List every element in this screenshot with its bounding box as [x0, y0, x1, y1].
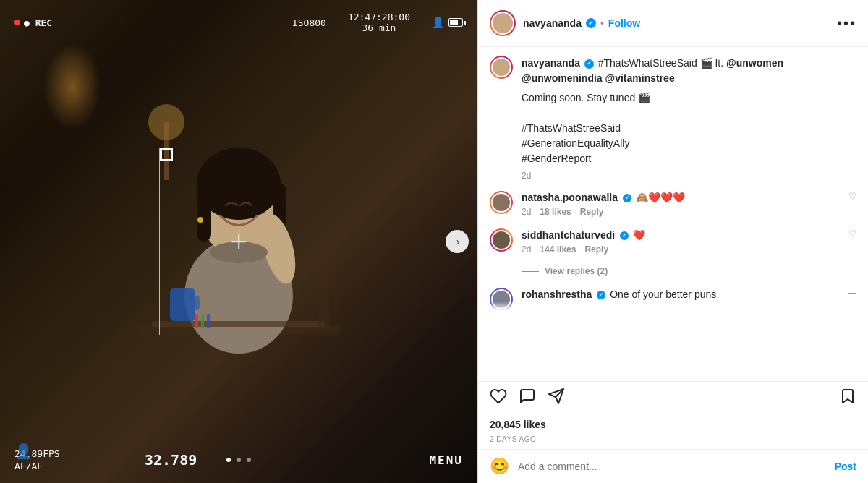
post-header: navyananda ✓ • Follow ••• [478, 0, 868, 47]
comment-username-1[interactable]: natasha.poonawalla [522, 192, 618, 203]
rec-label: ● REC [24, 17, 52, 28]
emoji-picker-button[interactable]: 😊 [490, 457, 509, 476]
next-slide-button[interactable]: › [446, 230, 469, 253]
comment-content-1: natasha.poonawalla ✓ 🙈❤️❤️❤️ 2d 18 likes… [522, 191, 840, 217]
battery-indicator: 👤 [432, 17, 463, 28]
verified-badge: ✓ [586, 18, 596, 28]
caption-inline-verified: ✓ [584, 59, 594, 69]
caption-body: Coming soon. Stay tuned 🎬 #ThatsWhatStre… [522, 90, 856, 166]
caption-hashtags: #ThatsWhatStreeSaid#GenerationEqualityAl… [522, 122, 629, 164]
caption-username[interactable]: navyananda [522, 57, 580, 69]
view-replies-text: View replies (2) [545, 266, 608, 276]
avatar-image [491, 12, 514, 35]
post-comment-button[interactable]: Post [835, 461, 856, 472]
comment-row: natasha.poonawalla ✓ 🙈❤️❤️❤️ 2d 18 likes… [490, 191, 856, 217]
actions-bar [478, 381, 868, 415]
caption-avatar-image [491, 57, 511, 77]
battery-fill [450, 20, 458, 25]
svg-point-10 [210, 241, 268, 263]
bookmark-icon [839, 388, 856, 405]
person-icon-bottom: 👤 [14, 443, 33, 460]
subject-area [0, 36, 477, 440]
view-replies-line [522, 271, 539, 272]
like-button[interactable] [490, 388, 507, 409]
reply-button-1[interactable]: Reply [580, 207, 604, 217]
svg-rect-11 [152, 321, 326, 327]
comment-content-2: siddhantchaturvedi ✓ ❤️ 2d 144 likes Rep… [522, 228, 840, 255]
svg-rect-6 [197, 184, 211, 241]
mention-unwomenindia[interactable]: @unwomenindia [522, 72, 603, 84]
comment-likes-2: 144 likes [540, 244, 576, 255]
like-comment-2-button[interactable]: ♡ [848, 228, 856, 239]
caption-time: 2d [522, 169, 856, 182]
svg-rect-15 [164, 122, 169, 180]
share-icon [548, 388, 565, 405]
post-date: 2 DAYS AGO [478, 434, 868, 449]
comment-verified-2: ✓ [620, 231, 629, 240]
add-comment-bar: 😊 Post [478, 449, 868, 483]
dot-1 [226, 458, 231, 462]
comment-avatar-1[interactable] [490, 191, 513, 214]
comment-verified-1: ✓ [623, 194, 631, 202]
rec-indicator: ● REC [14, 17, 52, 28]
comment-time-2: 2d [522, 244, 531, 255]
svg-rect-13 [194, 296, 200, 310]
partial-expand-icon[interactable]: — [848, 288, 856, 298]
bookmark-button[interactable] [839, 388, 856, 409]
svg-rect-17 [195, 314, 198, 328]
comment-row-2: siddhantchaturvedi ✓ ❤️ 2d 144 likes Rep… [490, 228, 856, 255]
carousel-dots [226, 458, 251, 462]
hud-duration: 36 min [348, 22, 410, 33]
af-label: AF/AE [14, 461, 60, 471]
comment-likes-1: 18 likes [540, 207, 571, 217]
partial-comment-row: rohanshrestha ✓ One of your better puns … [490, 288, 856, 311]
hud-number: 32.789 [145, 451, 197, 469]
hud-time-block: 12:47:28:00 36 min [348, 12, 410, 33]
video-panel: ● REC ISO800 12:47:28:00 36 min 👤 [0, 0, 477, 483]
comment-username-2[interactable]: siddhantchaturvedi [522, 229, 615, 241]
dot-separator: • [600, 17, 604, 29]
mention-vitaminstree[interactable]: @vitaminstree [605, 72, 675, 84]
post-owner-avatar[interactable] [490, 10, 516, 36]
comment-button[interactable] [519, 388, 536, 409]
partial-comment-username[interactable]: rohanshrestha [522, 288, 592, 300]
caption-text-block: navyananda ✓ #ThatsWhatStreeSaid 🎬 ft. @… [522, 56, 856, 182]
partial-verified: ✓ [597, 291, 605, 299]
verified-check-icon: ✓ [588, 20, 594, 27]
likes-section: 20,845 likes [478, 415, 868, 434]
reply-button-2[interactable]: Reply [584, 244, 608, 255]
post-caption: navyananda ✓ #ThatsWhatStreeSaid 🎬 ft. @… [490, 56, 856, 182]
battery-icon [448, 18, 463, 27]
follow-button[interactable]: Follow [608, 17, 640, 29]
more-options-button[interactable]: ••• [837, 15, 856, 32]
comment-avatar-image-3 [491, 289, 511, 309]
partial-comment-text: One of your better puns [610, 288, 716, 300]
camera-hud-top: ● REC ISO800 12:47:28:00 36 min 👤 [0, 12, 477, 33]
svg-rect-19 [207, 314, 210, 328]
comment-meta-2: 2d 144 likes Reply [522, 244, 840, 255]
comment-icon [519, 388, 536, 405]
comments-area[interactable]: navyananda ✓ #ThatsWhatStreeSaid 🎬 ft. @… [478, 47, 868, 381]
header-username[interactable]: navyananda [523, 17, 582, 29]
comment-avatar-2[interactable] [490, 228, 513, 252]
rec-dot [14, 20, 20, 25]
comment-avatar-image-1 [491, 192, 511, 213]
comment-time-1: 2d [522, 207, 531, 217]
comment-text-1: 🙈❤️❤️❤️ [636, 192, 685, 203]
person-hud-icon: 👤 [432, 17, 444, 28]
comment-meta-1: 2d 18 likes Reply [522, 207, 840, 217]
comment-avatar-3[interactable] [490, 288, 513, 311]
comment-input[interactable] [518, 461, 826, 472]
share-button[interactable] [548, 388, 565, 409]
mention-unwomen[interactable]: @unwomen [726, 57, 783, 69]
video-background: ● REC ISO800 12:47:28:00 36 min 👤 [0, 0, 477, 483]
comment-avatar-image-2 [491, 230, 511, 250]
menu-label: MENU [429, 453, 463, 467]
header-user-info: navyananda ✓ • Follow [523, 17, 837, 29]
iso-label: ISO800 [292, 17, 326, 28]
caption-avatar[interactable] [490, 56, 513, 79]
view-replies-button[interactable]: View replies (2) [522, 266, 856, 276]
subject-svg [94, 64, 383, 411]
comment-text-2: ❤️ [633, 229, 645, 241]
like-comment-1-button[interactable]: ♡ [848, 191, 856, 201]
